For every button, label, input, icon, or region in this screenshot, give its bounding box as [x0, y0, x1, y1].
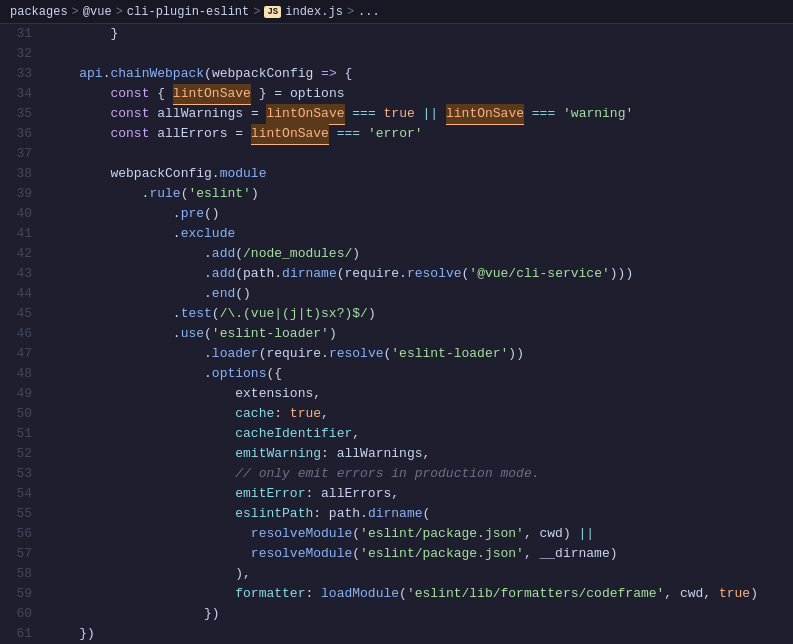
editor: 31 32 33 34 35 36 37 38 39 40 41 42 43 4…	[0, 24, 793, 644]
sep3: >	[253, 5, 260, 19]
breadcrumb-dots: ...	[358, 5, 380, 19]
code-line: eslintPath: path.dirname(	[48, 504, 793, 524]
line-numbers: 31 32 33 34 35 36 37 38 39 40 41 42 43 4…	[0, 24, 44, 644]
sep4: >	[347, 5, 354, 19]
code-line: const allErrors = lintOnSave === 'error'	[48, 124, 793, 144]
code-line: })	[48, 604, 793, 624]
code-line: webpackConfig.module	[48, 164, 793, 184]
code-line: .options({	[48, 364, 793, 384]
code-line	[48, 44, 793, 64]
breadcrumb-file[interactable]: index.js	[285, 5, 343, 19]
code-line: // only emit errors in production mode.	[48, 464, 793, 484]
code-line: .rule('eslint')	[48, 184, 793, 204]
code-line: .test(/\.(vue|(j|t)sx?)$/)	[48, 304, 793, 324]
code-line: .add(/node_modules/)	[48, 244, 793, 264]
code-line: resolveModule('eslint/package.json', cwd…	[48, 524, 793, 544]
code-line: .use('eslint-loader')	[48, 324, 793, 344]
breadcrumb-vue[interactable]: @vue	[83, 5, 112, 19]
code-line: .add(path.dirname(require.resolve('@vue/…	[48, 264, 793, 284]
code-line: .pre()	[48, 204, 793, 224]
code-line: .end()	[48, 284, 793, 304]
code-line	[48, 144, 793, 164]
code-line: const allWarnings = lintOnSave === true …	[48, 104, 793, 124]
sep1: >	[72, 5, 79, 19]
code-line: .exclude	[48, 224, 793, 244]
breadcrumb-plugin[interactable]: cli-plugin-eslint	[127, 5, 249, 19]
sep2: >	[116, 5, 123, 19]
code-line: emitWarning: allWarnings,	[48, 444, 793, 464]
code-line: .loader(require.resolve('eslint-loader')…	[48, 344, 793, 364]
code-line: api.chainWebpack(webpackConfig => {	[48, 64, 793, 84]
code-line: })	[48, 624, 793, 644]
code-area: } api.chainWebpack(webpackConfig => { co…	[44, 24, 793, 644]
code-line: ),	[48, 564, 793, 584]
code-line: }	[48, 24, 793, 44]
code-line: const { lintOnSave } = options	[48, 84, 793, 104]
code-line: formatter: loadModule('eslint/lib/format…	[48, 584, 793, 604]
js-icon: JS	[264, 6, 281, 18]
code-line: resolveModule('eslint/package.json', __d…	[48, 544, 793, 564]
code-line: emitError: allErrors,	[48, 484, 793, 504]
code-line: cacheIdentifier,	[48, 424, 793, 444]
code-line: extensions,	[48, 384, 793, 404]
breadcrumb-packages[interactable]: packages	[10, 5, 68, 19]
breadcrumb-bar: packages > @vue > cli-plugin-eslint > JS…	[0, 0, 793, 24]
code-line: cache: true,	[48, 404, 793, 424]
